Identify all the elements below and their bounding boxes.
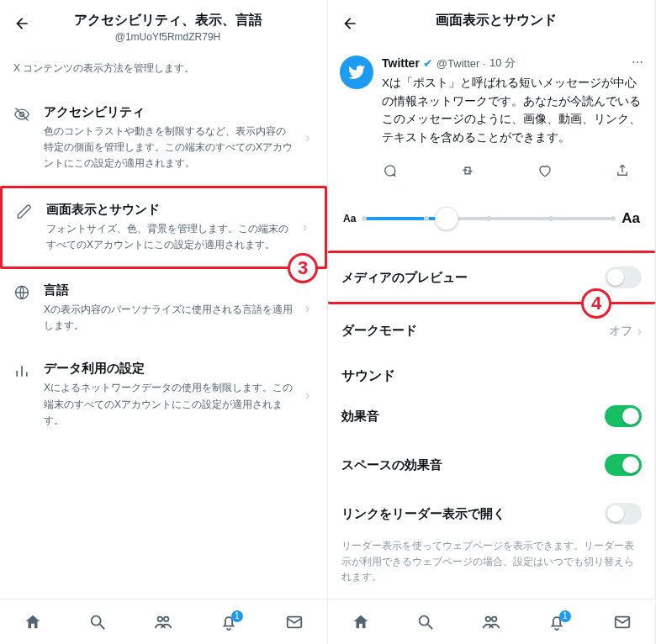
right-pane: 画面表示とサウンド Twitter ✔ @Twitter · 10 分 ⋯ Xは… bbox=[328, 0, 656, 644]
bird-icon bbox=[347, 63, 366, 82]
nav-home[interactable] bbox=[24, 613, 42, 631]
tweet-more-button[interactable]: ⋯ bbox=[632, 55, 643, 69]
retweet-button[interactable] bbox=[459, 163, 476, 178]
setting-title: 画面表示とサウンド bbox=[46, 202, 291, 218]
section-intro: X コンテンツの表示方法を管理します。 bbox=[0, 50, 327, 91]
tweet-time: 10 分 bbox=[489, 55, 516, 71]
slider-thumb[interactable] bbox=[435, 207, 458, 230]
chevron-right-icon: › bbox=[305, 301, 315, 316]
globe-icon bbox=[13, 284, 30, 301]
right-header: 画面表示とサウンド bbox=[328, 0, 655, 42]
row-reader-desc: リーダー表示を使ってウェブページを表示できます。リーダー表示が利用できるウェブペ… bbox=[328, 538, 655, 594]
row-value: オフ bbox=[609, 324, 632, 339]
nav-notifications[interactable]: 1 bbox=[548, 613, 566, 631]
toggle-reader-link[interactable] bbox=[605, 503, 642, 525]
svg-line-4 bbox=[99, 624, 104, 629]
row-label: メディアのプレビュー bbox=[341, 270, 468, 286]
nav-messages[interactable] bbox=[284, 613, 304, 631]
bottom-nav: 1 bbox=[328, 599, 655, 644]
highlight-box-3: 画面表示とサウンド フォントサイズ、色、背景を管理します。この端末のすべてのXア… bbox=[0, 186, 327, 269]
left-header: アクセシビリティ、表示、言語 @1mUoYf5RmdZR79H bbox=[0, 0, 327, 50]
setting-display-sound[interactable]: 画面表示とサウンド フォントサイズ、色、背景を管理します。この端末のすべてのXア… bbox=[3, 188, 325, 267]
arrow-left-icon bbox=[13, 15, 30, 32]
bars-icon bbox=[13, 362, 30, 379]
tweet-actions bbox=[328, 155, 655, 190]
setting-desc: Xによるネットワークデータの使用を制限します。この端末のすべてのXアカウントにこ… bbox=[44, 380, 294, 429]
pencil-icon bbox=[16, 203, 33, 220]
setting-title: アクセシビリティ bbox=[44, 104, 294, 120]
svg-point-10 bbox=[485, 616, 490, 621]
nav-search[interactable] bbox=[88, 613, 107, 631]
people-icon bbox=[153, 613, 173, 631]
row-label: リンクをリーダー表示で開く bbox=[341, 506, 505, 522]
row-reader-link[interactable]: リンクをリーダー表示で開く bbox=[328, 489, 655, 538]
people-icon bbox=[481, 613, 501, 631]
setting-title: 言語 bbox=[44, 282, 294, 298]
chevron-right-icon: › bbox=[305, 130, 315, 145]
back-button[interactable] bbox=[338, 12, 362, 35]
search-icon bbox=[416, 613, 435, 631]
reply-icon bbox=[382, 163, 397, 178]
row-space-sfx[interactable]: スペースの効果音 bbox=[328, 441, 655, 489]
chevron-right-icon: › bbox=[637, 324, 642, 339]
sample-tweet: Twitter ✔ @Twitter · 10 分 ⋯ Xは「ポスト」と呼ばれる… bbox=[328, 42, 655, 155]
back-button[interactable] bbox=[10, 12, 34, 35]
eye-off-icon bbox=[13, 106, 30, 123]
toggle-space-sfx[interactable] bbox=[605, 454, 642, 476]
reply-button[interactable] bbox=[382, 163, 397, 178]
page-title: 画面表示とサウンド bbox=[370, 12, 622, 29]
share-icon bbox=[615, 163, 630, 178]
svg-point-11 bbox=[491, 616, 496, 621]
nav-communities[interactable] bbox=[153, 613, 173, 631]
row-label: ダークモード bbox=[341, 323, 417, 339]
envelope-icon bbox=[612, 613, 632, 631]
notification-badge: 1 bbox=[559, 610, 571, 622]
row-sfx[interactable]: 効果音 bbox=[328, 392, 655, 441]
setting-data-usage[interactable]: データ利用の設定 Xによるネットワークデータの使用を制限します。この端末のすべて… bbox=[0, 347, 327, 442]
svg-point-3 bbox=[91, 615, 100, 625]
slider-track[interactable] bbox=[364, 217, 613, 220]
row-dark-mode[interactable]: ダークモード オフ› bbox=[328, 309, 655, 352]
envelope-icon bbox=[284, 613, 304, 631]
left-pane: アクセシビリティ、表示、言語 @1mUoYf5RmdZR79H X コンテンツの… bbox=[0, 0, 328, 644]
tweet-text: Xは「ポスト」と呼ばれる短いメッセージが中心の情報ネットワークです。あなたが今読… bbox=[382, 74, 643, 146]
nav-notifications[interactable]: 1 bbox=[220, 613, 238, 631]
like-button[interactable] bbox=[537, 163, 553, 178]
page-title: アクセシビリティ、表示、言語 bbox=[42, 12, 294, 29]
share-button[interactable] bbox=[615, 163, 630, 178]
svg-point-8 bbox=[419, 615, 428, 625]
toggle-sfx[interactable] bbox=[605, 405, 642, 427]
tweet-author-name: Twitter bbox=[382, 56, 420, 70]
chevron-right-icon: › bbox=[305, 388, 315, 403]
page-handle: @1mUoYf5RmdZR79H bbox=[42, 31, 294, 43]
retweet-icon bbox=[459, 163, 476, 178]
svg-point-6 bbox=[163, 616, 168, 621]
row-label: 効果音 bbox=[341, 409, 379, 425]
heart-icon bbox=[537, 163, 553, 178]
row-label: スペースの効果音 bbox=[341, 457, 442, 473]
setting-language[interactable]: 言語 Xの表示内容のパーソナライズに使用される言語を適用します。 › bbox=[0, 269, 327, 347]
bottom-nav: 1 bbox=[0, 599, 327, 644]
font-size-slider[interactable]: Aa Aa bbox=[328, 190, 655, 251]
home-icon bbox=[24, 613, 42, 631]
nav-home[interactable] bbox=[352, 613, 370, 631]
setting-accessibility[interactable]: アクセシビリティ 色のコントラストや動きを制限するなど、表示内容の特定の側面を管… bbox=[0, 91, 327, 186]
highlight-box-4: メディアのプレビュー 4 bbox=[328, 251, 655, 304]
avatar bbox=[340, 55, 373, 89]
chevron-right-icon: › bbox=[303, 219, 313, 235]
nav-search[interactable] bbox=[416, 613, 435, 631]
slider-min-label: Aa bbox=[343, 213, 356, 224]
setting-desc: 色のコントラストや動きを制限するなど、表示内容の特定の側面を管理します。この端末… bbox=[44, 124, 294, 172]
arrow-left-icon bbox=[341, 15, 358, 32]
verified-badge-icon: ✔ bbox=[423, 56, 433, 70]
slider-max-label: Aa bbox=[622, 210, 640, 227]
section-heading-sound: サウンド bbox=[328, 352, 655, 392]
setting-desc: Xの表示内容のパーソナライズに使用される言語を適用します。 bbox=[44, 302, 294, 334]
notification-badge: 1 bbox=[231, 610, 243, 622]
tweet-author-handle: @Twitter bbox=[436, 57, 479, 70]
nav-messages[interactable] bbox=[612, 613, 632, 631]
settings-list: アクセシビリティ 色のコントラストや動きを制限するなど、表示内容の特定の側面を管… bbox=[0, 91, 327, 442]
toggle-media-preview[interactable] bbox=[605, 267, 642, 288]
setting-desc: フォントサイズ、色、背景を管理します。この端末のすべてのXアカウントにこの設定が… bbox=[46, 221, 291, 253]
nav-communities[interactable] bbox=[481, 613, 501, 631]
